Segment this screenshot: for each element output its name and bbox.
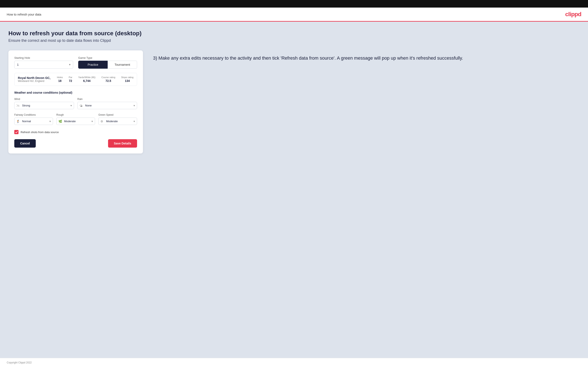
rough-label: Rough [56, 113, 95, 116]
game-type-toggle: Practice Tournament [78, 61, 137, 69]
form-card: Starting Hole 1 ▼ Game Type Practice Tou… [9, 50, 143, 153]
refresh-checkbox[interactable] [14, 130, 18, 134]
conditions-grid-row1: Wind 🌬 Strong ▼ Rain 🌤 None [14, 98, 137, 109]
conditions-grid-row2: Fairway Conditions 🏌 Normal ▼ Rough 🌿 [14, 113, 137, 125]
course-info: Royal North Devon GC, Westward Ho!, Engl… [18, 76, 54, 83]
course-location: Westward Ho!, England [18, 80, 54, 83]
rain-label: Rain [77, 98, 137, 100]
save-details-button[interactable]: Save Details [108, 139, 137, 148]
fairway-select[interactable]: Normal [14, 117, 53, 125]
logo: clippd [565, 11, 581, 18]
practice-button[interactable]: Practice [78, 61, 108, 69]
course-rating-label: Course rating [101, 76, 115, 79]
footer-text: Copyright Clippd 2022 [7, 361, 32, 364]
page-subtitle: Ensure the correct and most up to date d… [9, 38, 581, 43]
green-speed-select-wrapper: ⚙ Moderate ▼ [98, 117, 137, 125]
main-content: How to refresh your data from source (de… [0, 22, 588, 358]
wind-select-wrapper: 🌬 Strong ▼ [14, 102, 74, 109]
starting-hole-select[interactable]: 1 [14, 61, 73, 69]
breadcrumb: How to refresh your data [7, 13, 41, 16]
fairway-group: Fairway Conditions 🏌 Normal ▼ [14, 113, 53, 125]
rough-group: Rough 🌿 Moderate ▼ [56, 113, 95, 125]
rough-select[interactable]: Moderate [56, 117, 95, 125]
par-value: 72 [69, 79, 72, 83]
header: How to refresh your data clippd [0, 8, 588, 22]
game-type-group: Game Type Practice Tournament [78, 56, 137, 69]
holes-label: Holes [57, 76, 63, 79]
yards-stat: Yards/White (M)) 6,744 [78, 76, 95, 83]
starting-hole-group: Starting Hole 1 ▼ [14, 56, 73, 69]
page-title: How to refresh your data from source (de… [9, 30, 581, 37]
rain-group: Rain 🌤 None ▼ [77, 98, 137, 109]
course-rating-stat: Course rating 72.5 [101, 76, 115, 83]
cancel-button[interactable]: Cancel [14, 139, 36, 148]
fairway-select-wrapper: 🏌 Normal ▼ [14, 117, 53, 125]
green-speed-group: Green Speed ⚙ Moderate ▼ [98, 113, 137, 125]
slope-rating-stat: Slope rating 134 [121, 76, 133, 83]
refresh-label: Refresh shots from data source [21, 131, 59, 134]
par-label: Par [69, 76, 72, 79]
course-name: Royal North Devon GC, [18, 76, 54, 80]
holes-stat: Holes 18 [57, 76, 63, 83]
rain-select[interactable]: None [77, 102, 137, 109]
refresh-row: Refresh shots from data source [14, 130, 137, 134]
green-speed-select[interactable]: Moderate [98, 117, 137, 125]
wind-select[interactable]: Strong [14, 102, 74, 109]
yards-label: Yards/White (M)) [78, 76, 95, 79]
slope-rating-value: 134 [125, 79, 130, 83]
course-stats: Holes 18 Par 72 Yards/White (M)) 6,744 C… [57, 76, 133, 83]
top-form-row: Starting Hole 1 ▼ Game Type Practice Tou… [14, 56, 137, 69]
holes-value: 18 [58, 79, 62, 83]
content-area: Starting Hole 1 ▼ Game Type Practice Tou… [9, 50, 581, 153]
instruction-panel: 3) Make any extra edits necessary to the… [153, 50, 581, 61]
wind-group: Wind 🌬 Strong ▼ [14, 98, 74, 109]
slope-rating-label: Slope rating [121, 76, 133, 79]
starting-hole-select-wrapper: 1 ▼ [14, 61, 73, 69]
game-type-label: Game Type [78, 56, 137, 59]
course-row: Royal North Devon GC, Westward Ho!, Engl… [14, 73, 137, 86]
instruction-text: 3) Make any extra edits necessary to the… [153, 55, 581, 61]
rain-select-wrapper: 🌤 None ▼ [77, 102, 137, 109]
fairway-label: Fairway Conditions [14, 113, 53, 116]
footer: Copyright Clippd 2022 [0, 358, 588, 367]
wind-label: Wind [14, 98, 74, 100]
green-speed-label: Green Speed [98, 113, 137, 116]
tournament-button[interactable]: Tournament [108, 61, 137, 69]
yards-value: 6,744 [83, 79, 91, 83]
rough-select-wrapper: 🌿 Moderate ▼ [56, 117, 95, 125]
course-rating-value: 72.5 [105, 79, 111, 83]
conditions-title: Weather and course conditions (optional) [14, 91, 137, 94]
button-row: Cancel Save Details [14, 139, 137, 148]
starting-hole-label: Starting Hole [14, 56, 73, 59]
par-stat: Par 72 [69, 76, 72, 83]
